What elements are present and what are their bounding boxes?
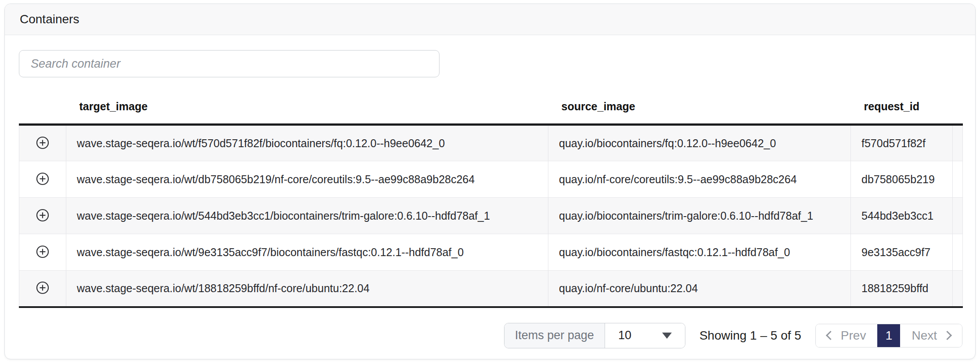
expand-cell	[19, 198, 66, 234]
card-header: Containers	[5, 4, 975, 35]
next-page-label: Next	[912, 329, 937, 343]
cell-target-image: wave.stage-seqera.io/wt/db758065b219/nf-…	[66, 161, 548, 198]
cell-source-image: quay.io/biocontainers/trim-galore:0.6.10…	[548, 198, 851, 234]
pagination-control: Prev 1 Next	[815, 324, 962, 348]
cell-target-image: wave.stage-seqera.io/wt/544bd3eb3cc1/bio…	[66, 198, 548, 234]
dropdown-caret-icon	[662, 333, 672, 339]
table-row: wave.stage-seqera.io/wt/db758065b219/nf-…	[19, 161, 963, 198]
cell-target-image: wave.stage-seqera.io/wt/f570d571f82f/bio…	[66, 125, 548, 161]
cell-request-id: 544bd3eb3cc1	[851, 198, 953, 234]
card-body: target_image source_image request_id	[5, 35, 975, 348]
chevron-left-icon	[826, 331, 835, 340]
prev-page-button[interactable]: Prev	[816, 324, 878, 347]
cell-source-image: quay.io/nf-core/ubuntu:22.04	[548, 271, 851, 307]
column-header-target-image: target_image	[66, 89, 548, 125]
table-row: wave.stage-seqera.io/wt/9e3135acc9f7/bio…	[19, 234, 963, 271]
expand-row-button[interactable]	[34, 170, 51, 188]
prev-page-label: Prev	[841, 329, 866, 343]
spacer-cell	[953, 125, 963, 161]
column-header-source-image: source_image	[548, 89, 851, 125]
cell-request-id: f570d571f82f	[851, 125, 953, 161]
current-page-button[interactable]: 1	[877, 324, 900, 347]
containers-card: Containers target_image source_image req…	[4, 4, 976, 359]
cell-request-id: 18818259bffd	[851, 271, 953, 307]
expand-column-header	[19, 89, 66, 125]
spacer-cell	[953, 161, 963, 198]
plus-circle-icon	[36, 208, 50, 224]
cell-target-image: wave.stage-seqera.io/wt/18818259bffd/nf-…	[66, 271, 548, 307]
spacer-cell	[953, 198, 963, 234]
showing-range-text: Showing 1 – 5 of 5	[699, 329, 801, 343]
page-title: Containers	[20, 12, 79, 26]
expand-row-button[interactable]	[34, 279, 51, 297]
cell-source-image: quay.io/nf-core/coreutils:9.5--ae99c88a9…	[548, 161, 851, 198]
plus-circle-icon	[36, 245, 50, 260]
table-row: wave.stage-seqera.io/wt/f570d571f82f/bio…	[19, 125, 963, 161]
chevron-right-icon	[943, 331, 952, 340]
containers-table: target_image source_image request_id	[19, 89, 963, 308]
items-per-page-select[interactable]: 10	[605, 323, 685, 348]
column-header-request-id: request_id	[851, 89, 953, 125]
table-row: wave.stage-seqera.io/wt/18818259bffd/nf-…	[19, 271, 963, 307]
items-per-page-value: 10	[618, 329, 631, 342]
table-header-row: target_image source_image request_id	[19, 89, 963, 125]
spacer-cell	[953, 234, 963, 271]
expand-cell	[19, 161, 66, 198]
expand-row-button[interactable]	[34, 134, 51, 152]
plus-circle-icon	[36, 136, 50, 151]
plus-circle-icon	[36, 172, 50, 187]
expand-cell	[19, 125, 66, 161]
cell-source-image: quay.io/biocontainers/fastqc:0.12.1--hdf…	[548, 234, 851, 271]
cell-request-id: db758065b219	[851, 161, 953, 198]
cell-request-id: 9e3135acc9f7	[851, 234, 953, 271]
table-row: wave.stage-seqera.io/wt/544bd3eb3cc1/bio…	[19, 198, 963, 234]
cell-target-image: wave.stage-seqera.io/wt/9e3135acc9f7/bio…	[66, 234, 548, 271]
expand-row-button[interactable]	[34, 207, 51, 224]
next-page-button[interactable]: Next	[900, 324, 962, 347]
spacer-column-header	[953, 89, 963, 125]
plus-circle-icon	[36, 281, 50, 296]
expand-cell	[19, 271, 66, 307]
spacer-cell	[953, 271, 963, 307]
items-per-page-label: Items per page	[504, 323, 605, 348]
expand-cell	[19, 234, 66, 271]
cell-source-image: quay.io/biocontainers/fq:0.12.0--h9ee064…	[548, 125, 851, 161]
table-footer: Items per page 10 Showing 1 – 5 of 5 Pre…	[19, 323, 962, 348]
search-input[interactable]	[19, 50, 440, 77]
items-per-page-group: Items per page 10	[504, 323, 685, 348]
expand-row-button[interactable]	[34, 243, 51, 261]
